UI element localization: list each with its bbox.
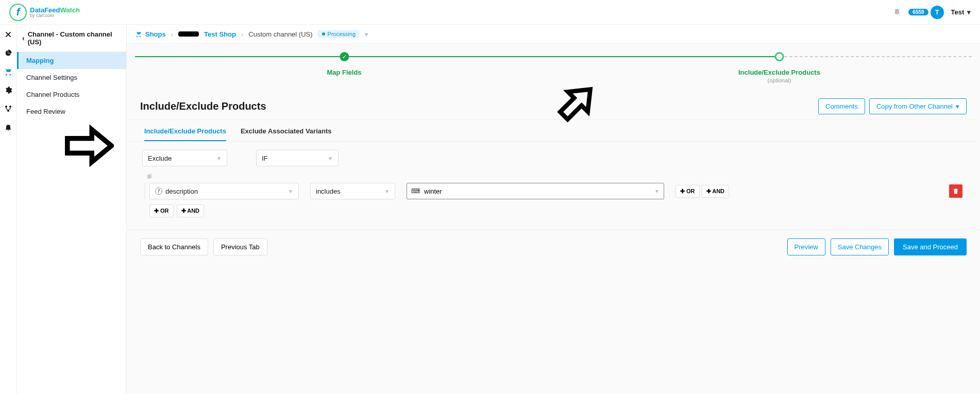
caret-down-icon: ▼: [384, 189, 390, 194]
caret-down-icon: ▼: [328, 156, 333, 161]
caret-down-icon: ▼: [654, 189, 660, 194]
user-menu[interactable]: Test ▾: [951, 8, 971, 16]
value-input-wrap[interactable]: ⌨ ▼: [407, 183, 664, 199]
step1-label: Map Fields: [327, 68, 361, 76]
chevron-left-icon: ‹: [22, 34, 25, 42]
breadcrumb-sep: ›: [171, 30, 173, 38]
save-changes-button[interactable]: Save Changes: [831, 238, 889, 255]
rule-top-row: Exclude▼ IF▼: [142, 150, 965, 166]
delete-rule-button[interactable]: [949, 184, 962, 198]
copy-from-other-channel-button[interactable]: Copy from Other Channel▾: [869, 98, 967, 114]
tab-exclude-variants[interactable]: Exclude Associated Variants: [241, 127, 332, 141]
if-label: IF: [147, 174, 965, 180]
comments-button[interactable]: Comments: [818, 98, 865, 114]
or-label: OR: [686, 188, 695, 194]
pie-chart-icon[interactable]: [4, 48, 13, 58]
or-inline-button[interactable]: ✚ OR: [675, 185, 700, 198]
bell-icon[interactable]: [893, 7, 901, 17]
sidebar: ‹ Channel - Custom channel (US) Mapping …: [17, 25, 127, 394]
sidebar-header[interactable]: ‹ Channel - Custom channel (US): [17, 25, 126, 52]
previous-tab-button[interactable]: Previous Tab: [213, 238, 267, 255]
logo-icon: f: [9, 4, 27, 21]
branch-icon[interactable]: [4, 104, 13, 113]
action-select[interactable]: Exclude▼: [142, 150, 227, 166]
status-dot-icon: [322, 32, 325, 36]
or-button[interactable]: ✚ OR: [149, 204, 174, 217]
header-right: 6559 T Test ▾: [893, 6, 971, 19]
keyboard-icon: ⌨: [411, 187, 420, 195]
and-label: AND: [712, 188, 724, 194]
logo-text: DataFeedWatch by cart.com: [30, 7, 80, 18]
section-header: Include/Exclude Products Comments Copy f…: [129, 86, 978, 120]
caret-down-icon: ▾: [956, 102, 959, 110]
and-button[interactable]: ✚ AND: [177, 204, 205, 217]
top-header: f DataFeedWatch by cart.com 6559 T Test …: [0, 0, 980, 25]
breadcrumb-channel: Custom channel (US): [248, 30, 312, 38]
breadcrumb: Shops › Test Shop › Custom channel (US) …: [127, 25, 980, 44]
breadcrumb-shops-label: Shops: [145, 30, 166, 38]
breadcrumb-shop[interactable]: Test Shop: [204, 30, 236, 38]
trash-icon: [952, 187, 959, 195]
or-label2: OR: [160, 208, 169, 214]
count-badge[interactable]: 6559: [908, 9, 928, 15]
caret-down-icon: ▼: [288, 189, 293, 194]
back-to-channels-button[interactable]: Back to Channels: [140, 238, 208, 255]
cart-icon[interactable]: [4, 67, 13, 76]
gear-icon[interactable]: [4, 85, 13, 95]
check-icon: ✓: [340, 52, 349, 61]
rule-editor: Exclude▼ IF▼ IF f description ▼ includes…: [127, 142, 980, 226]
logo-subtitle: by cart.com: [30, 13, 80, 18]
cart-small-icon: [135, 30, 142, 38]
save-and-proceed-button[interactable]: Save and Proceed: [894, 238, 967, 255]
sidebar-item-channel-products[interactable]: Channel Products: [17, 86, 126, 103]
sidebar-item-feed-review[interactable]: Feed Review: [17, 103, 126, 120]
bell-rail-icon[interactable]: [4, 123, 13, 132]
field-select[interactable]: f description ▼: [149, 183, 299, 199]
and-inline-button[interactable]: ✚ AND: [702, 185, 730, 198]
caret-down-icon: ▼: [216, 156, 222, 161]
status-badge: Processing: [318, 30, 360, 38]
breadcrumb-shops[interactable]: Shops: [135, 30, 166, 38]
sidebar-item-mapping[interactable]: Mapping: [17, 52, 126, 69]
status-label: Processing: [328, 31, 356, 37]
preview-button[interactable]: Preview: [787, 238, 825, 255]
and-label2: AND: [187, 208, 199, 214]
step-include-exclude[interactable]: Include/Exclude Products (optional): [738, 52, 820, 83]
condition-type-select[interactable]: IF▼: [256, 150, 339, 166]
step2-label: Include/Exclude Products: [738, 68, 820, 76]
icon-rail: [0, 25, 17, 394]
step2-sublabel: (optional): [768, 77, 791, 83]
operator-value: includes: [316, 187, 341, 195]
condition-row: f description ▼ includes▼ ⌨ ▼ ✚ OR ✚ AND: [144, 183, 965, 199]
copy-button-label: Copy from Other Channel: [876, 102, 953, 110]
row-orand: ✚ OR ✚ AND: [149, 204, 965, 217]
operator-select[interactable]: includes▼: [310, 183, 395, 199]
action-value: Exclude: [148, 155, 172, 162]
status-dropdown-icon[interactable]: ▾: [365, 30, 368, 38]
main-content: Shops › Test Shop › Custom channel (US) …: [127, 25, 980, 394]
sidebar-title: Channel - Custom channel (US): [28, 30, 121, 46]
step-map-fields[interactable]: ✓ Map Fields: [327, 52, 361, 76]
step-current-icon: [774, 52, 784, 61]
close-icon[interactable]: [4, 30, 13, 39]
section-actions: Comments Copy from Other Channel▾: [818, 98, 967, 114]
logo[interactable]: f DataFeedWatch by cart.com: [9, 4, 80, 21]
value-input[interactable]: [424, 187, 650, 195]
tab-include-exclude[interactable]: Include/Exclude Products: [144, 127, 226, 141]
footer-actions: Back to Channels Previous Tab Preview Sa…: [127, 230, 980, 264]
caret-down-icon: ▾: [965, 8, 971, 16]
field-icon: f: [155, 187, 162, 195]
avatar[interactable]: T: [931, 6, 944, 19]
redacted-icon: [178, 31, 199, 37]
step-line: [135, 56, 972, 57]
tabs: Include/Exclude Products Exclude Associa…: [129, 120, 978, 142]
stepper: ✓ Map Fields Include/Exclude Products (o…: [135, 50, 972, 86]
page-title: Include/Exclude Products: [140, 100, 266, 112]
breadcrumb-sep: ›: [241, 30, 243, 38]
svg-point-0: [5, 106, 7, 108]
field-value: description: [165, 187, 198, 195]
svg-point-1: [9, 106, 11, 108]
user-name-label: Test: [951, 8, 965, 16]
sidebar-item-channel-settings[interactable]: Channel Settings: [17, 69, 126, 86]
logo-brand2: Watch: [60, 6, 80, 14]
